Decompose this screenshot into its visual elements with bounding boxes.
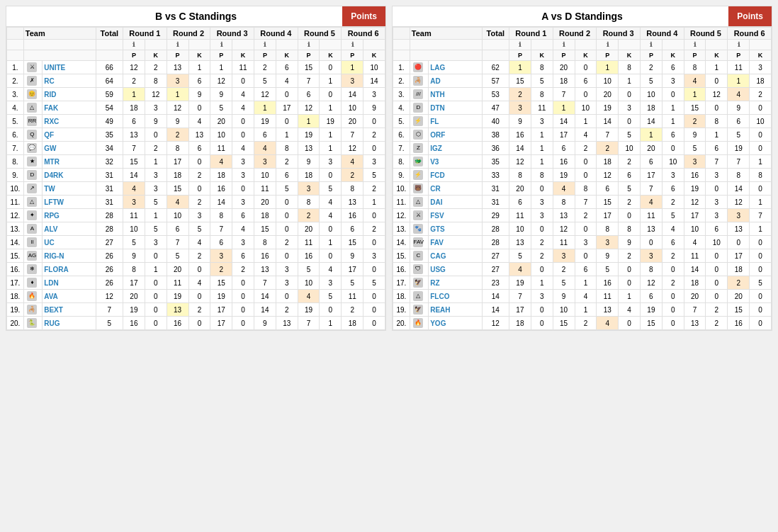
total-header: Total bbox=[96, 28, 123, 40]
r4p-cell: 14 bbox=[254, 303, 276, 317]
r1k-cell: 3 bbox=[531, 115, 553, 128]
rank-cell: 5. bbox=[393, 115, 410, 128]
r1k-cell: 12 bbox=[145, 88, 167, 101]
r2p-cell: 6 bbox=[553, 142, 575, 155]
logo-cell: 🦂 bbox=[23, 303, 42, 317]
team-name-cell: MTR bbox=[43, 155, 96, 169]
r-r1k-header: K bbox=[531, 50, 553, 61]
r-r5-info: ℹ bbox=[684, 40, 706, 50]
r2p-cell: 13 bbox=[167, 61, 188, 74]
table-row: 8.🐲V3351211601826103771 bbox=[393, 155, 772, 169]
logo-cell: A bbox=[23, 222, 42, 236]
r4k-cell: 0 bbox=[276, 249, 298, 263]
r3-info: ℹ bbox=[210, 40, 232, 50]
r4k-cell: 2 bbox=[276, 236, 298, 249]
r2k-cell: 2 bbox=[188, 249, 210, 263]
r4p-cell: 5 bbox=[640, 74, 662, 88]
r6k-cell: 3 bbox=[363, 155, 385, 169]
r-r3-info: ℹ bbox=[597, 40, 619, 50]
rank-cell: 17. bbox=[393, 276, 410, 290]
r6p-cell: 12 bbox=[342, 142, 363, 155]
r1p-cell: 4 bbox=[509, 263, 531, 276]
r6k-cell: 1 bbox=[750, 222, 772, 236]
r-r3k-header: K bbox=[619, 50, 641, 61]
r4p-cell: 20 bbox=[640, 142, 662, 155]
r1k-cell: 0 bbox=[145, 276, 167, 290]
team-name-cell: FAV bbox=[429, 236, 482, 249]
r1p-cell: 3 bbox=[509, 101, 531, 115]
r2p-cell: 14 bbox=[553, 115, 575, 128]
r1k-cell: 5 bbox=[145, 222, 167, 236]
rank-cell: 12. bbox=[393, 209, 410, 222]
r5p-cell: 13 bbox=[684, 317, 706, 330]
r4p-cell: 7 bbox=[640, 182, 662, 196]
right-points-button[interactable]: Points bbox=[728, 6, 772, 26]
r1k-cell: 2 bbox=[531, 249, 553, 263]
r-r4-info: ℹ bbox=[640, 40, 662, 50]
total-cell: 40 bbox=[482, 115, 509, 128]
round5-header: Round 5 bbox=[298, 28, 342, 40]
r2k-cell: 3 bbox=[188, 209, 210, 222]
rank-cell: 20. bbox=[7, 317, 24, 330]
r-round5-header: Round 5 bbox=[684, 28, 728, 40]
r1p-cell: 4 bbox=[123, 182, 145, 196]
r6p-cell: 7 bbox=[342, 128, 363, 142]
r4p-cell: 18 bbox=[640, 101, 662, 115]
r1p-cell: 5 bbox=[509, 249, 531, 263]
r2p-cell: 13 bbox=[167, 303, 188, 317]
r6k-cell: 5 bbox=[363, 169, 385, 182]
r2k-cell: 4 bbox=[188, 115, 210, 128]
rank-cell: 3. bbox=[393, 88, 410, 101]
r2p-cell: 15 bbox=[167, 182, 188, 196]
table-row: 18.△FLCO14739411160200200 bbox=[393, 290, 772, 303]
rank-cell: 10. bbox=[7, 182, 24, 196]
r6p-cell: 8 bbox=[342, 182, 363, 196]
total-cell: 12 bbox=[482, 317, 509, 330]
r3p-cell: 5 bbox=[597, 263, 619, 276]
r6p-cell: 1 bbox=[342, 61, 363, 74]
r2k-cell: 2 bbox=[575, 209, 597, 222]
logo-cell: D bbox=[23, 169, 42, 182]
r3k-cell: 4 bbox=[619, 303, 641, 317]
r1p-cell: 12 bbox=[509, 155, 531, 169]
r3k-cell: 2 bbox=[619, 155, 641, 169]
r4p-cell: 1 bbox=[640, 128, 662, 142]
logo-cell: ✗ bbox=[23, 74, 42, 88]
r3p-cell: 19 bbox=[210, 290, 232, 303]
r4p-cell: 3 bbox=[640, 249, 662, 263]
r2p-cell: 1 bbox=[553, 101, 575, 115]
r-round4-header: Round 4 bbox=[640, 28, 684, 40]
r6k-cell: 10 bbox=[750, 115, 772, 128]
total-cell: 27 bbox=[482, 249, 509, 263]
r3p-cell: 10 bbox=[210, 128, 232, 142]
r6k-cell: 1 bbox=[750, 155, 772, 169]
r5p-cell: 14 bbox=[684, 263, 706, 276]
r4p-cell: 2 bbox=[640, 61, 662, 74]
r1k-cell: 0 bbox=[145, 290, 167, 303]
r1p-cell: 18 bbox=[123, 101, 145, 115]
left-points-button[interactable]: Points bbox=[342, 6, 385, 26]
r4p-cell: 4 bbox=[254, 142, 276, 155]
r2p-cell: 11 bbox=[167, 276, 188, 290]
r6k-cell: 2 bbox=[363, 128, 385, 142]
r1k-cell: 9 bbox=[145, 115, 167, 128]
r3k-cell: 3 bbox=[232, 236, 254, 249]
r6k-cell: 14 bbox=[363, 74, 385, 88]
r3k-cell: 6 bbox=[232, 249, 254, 263]
r2p-cell: 3 bbox=[553, 249, 575, 263]
r4p-cell: 15 bbox=[640, 317, 662, 330]
r6k-cell: 0 bbox=[750, 236, 772, 249]
r5p-cell: 8 bbox=[298, 196, 320, 209]
r6p-cell: 20 bbox=[342, 115, 363, 128]
r3k-cell: 2 bbox=[619, 196, 641, 209]
r3p-cell: 13 bbox=[597, 303, 619, 317]
r4k-cell: 1 bbox=[662, 101, 684, 115]
team-name-cell: RC bbox=[43, 74, 96, 88]
total-subheader bbox=[96, 40, 123, 50]
r4k-cell: 2 bbox=[662, 196, 684, 209]
r4k-cell: 0 bbox=[662, 88, 684, 101]
team-pk bbox=[23, 50, 96, 61]
total-cell: 28 bbox=[96, 209, 123, 222]
total-cell: 29 bbox=[482, 209, 509, 222]
rank-cell: 10. bbox=[393, 182, 410, 196]
